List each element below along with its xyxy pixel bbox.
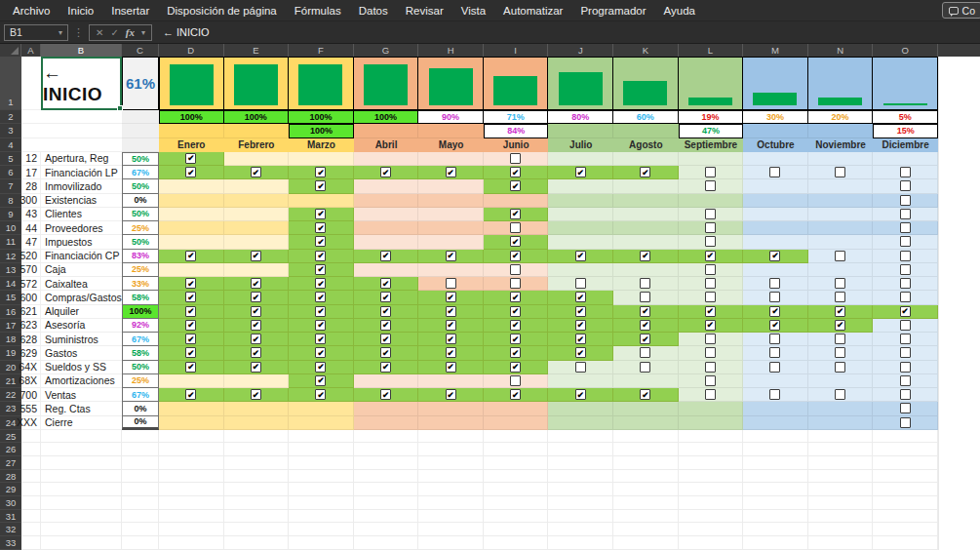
column-header-G[interactable]: G [354, 44, 419, 57]
cell-K12[interactable] [613, 250, 679, 263]
column-header-I[interactable]: I [484, 44, 549, 57]
account-pct-10[interactable]: 25% [122, 221, 159, 235]
cell-L13[interactable] [679, 263, 744, 277]
cell-N19[interactable] [808, 346, 874, 360]
account-pct-20[interactable]: 50% [122, 361, 159, 374]
cell-G32[interactable] [354, 523, 419, 536]
cell-A25[interactable] [21, 430, 41, 444]
checkbox-N6[interactable] [835, 167, 845, 177]
checkbox-D16[interactable] [185, 306, 196, 317]
cell-G14[interactable] [354, 277, 419, 291]
cell-M21[interactable] [743, 374, 808, 388]
account-name-8[interactable]: Existencias [41, 194, 122, 208]
checkbox-O15[interactable] [900, 292, 911, 302]
checkbox-H18[interactable] [446, 334, 456, 344]
cell-G33[interactable] [354, 536, 419, 550]
cell-G21[interactable] [354, 374, 419, 388]
column-header-O[interactable]: O [873, 44, 938, 57]
cell-H11[interactable] [418, 235, 484, 249]
checkbox-L16[interactable] [705, 306, 716, 317]
cell-G17[interactable] [354, 319, 419, 333]
cell-M28[interactable] [743, 470, 808, 484]
checkbox-I12[interactable] [510, 251, 521, 261]
account-name-18[interactable]: Suministros [41, 333, 122, 346]
checkbox-O13[interactable] [900, 264, 911, 275]
cell-G15[interactable] [354, 291, 419, 304]
cell-G5[interactable] [354, 152, 419, 166]
cell-C33[interactable] [122, 536, 159, 550]
column-header-H[interactable]: H [418, 44, 484, 57]
cell-G11[interactable] [354, 235, 419, 249]
cell-J5[interactable] [548, 152, 613, 166]
cell-H18[interactable] [418, 333, 484, 346]
checkbox-H16[interactable] [446, 306, 456, 317]
cell-O11[interactable] [873, 235, 938, 249]
cell-H25[interactable] [418, 430, 484, 444]
cell-F6[interactable] [289, 166, 354, 179]
cell-D28[interactable] [159, 470, 224, 484]
cell-D19[interactable] [159, 346, 224, 360]
checkbox-N20[interactable] [835, 362, 845, 373]
row-header-13[interactable]: 13 [0, 263, 21, 277]
cell-M15[interactable] [743, 291, 808, 304]
cell-O22[interactable] [873, 388, 938, 402]
account-name-7[interactable]: Inmovilizado [41, 179, 122, 193]
checkbox-G22[interactable] [380, 389, 391, 400]
cell-L33[interactable] [679, 536, 744, 550]
mini-chart-L1[interactable] [679, 57, 744, 110]
cell-M9[interactable] [743, 208, 808, 221]
cell-K20[interactable] [613, 361, 679, 374]
checkbox-K15[interactable] [640, 292, 650, 302]
account-code-6[interactable]: 17 [21, 166, 41, 179]
cell-D26[interactable] [159, 443, 224, 456]
cell-F27[interactable] [289, 456, 354, 470]
cell-L30[interactable] [679, 496, 744, 510]
account-code-17[interactable]: 623 [21, 319, 41, 333]
cell-I31[interactable] [484, 510, 549, 524]
checkbox-L21[interactable] [705, 375, 716, 386]
cell-D12[interactable] [159, 250, 224, 263]
cell-E10[interactable] [224, 221, 290, 235]
cell-O24[interactable] [873, 416, 938, 430]
menu-item[interactable]: Inicio [59, 0, 102, 20]
menu-item[interactable]: Revisar [397, 0, 452, 20]
checkbox-E19[interactable] [251, 347, 261, 358]
checkbox-G12[interactable] [380, 251, 391, 261]
account-name-14[interactable]: Caixaltea [41, 277, 122, 291]
account-pct-12[interactable]: 83% [122, 250, 159, 263]
cell-F10[interactable] [289, 221, 354, 235]
cell-D13[interactable] [159, 263, 224, 277]
cell-H17[interactable] [418, 319, 484, 333]
row-header-29[interactable]: 29 [0, 483, 21, 496]
cell-D29[interactable] [159, 483, 224, 496]
cell-K18[interactable] [613, 333, 679, 346]
checkbox-G16[interactable] [380, 306, 391, 317]
cell-I8[interactable] [484, 194, 549, 208]
checkbox-D19[interactable] [185, 347, 196, 358]
checkbox-K14[interactable] [640, 278, 650, 289]
cell-N5[interactable] [808, 152, 874, 166]
checkbox-D12[interactable] [185, 251, 196, 261]
account-pct-22[interactable]: 67% [122, 388, 159, 402]
checkbox-J22[interactable] [575, 389, 586, 400]
checkbox-I16[interactable] [510, 306, 521, 317]
checkbox-F18[interactable] [315, 334, 326, 344]
cell-G30[interactable] [354, 496, 419, 510]
checkbox-I18[interactable] [510, 334, 521, 344]
cell-M29[interactable] [743, 483, 808, 496]
row-header-14[interactable]: 14 [0, 277, 21, 291]
cell-A29[interactable] [21, 483, 41, 496]
checkbox-G20[interactable] [380, 362, 391, 373]
checkbox-G14[interactable] [380, 278, 391, 289]
cell-J18[interactable] [548, 333, 613, 346]
cell-J33[interactable] [548, 536, 613, 550]
cell-J14[interactable] [548, 277, 613, 291]
cell-O14[interactable] [873, 277, 938, 291]
cell-J24[interactable] [548, 416, 613, 430]
menu-item[interactable]: Insertar [102, 0, 158, 20]
menu-item[interactable]: Fórmulas [286, 0, 350, 20]
cell-M22[interactable] [743, 388, 808, 402]
account-name-10[interactable]: Proveedores [41, 221, 122, 235]
cell-F22[interactable] [289, 388, 354, 402]
cell-K17[interactable] [613, 319, 679, 333]
